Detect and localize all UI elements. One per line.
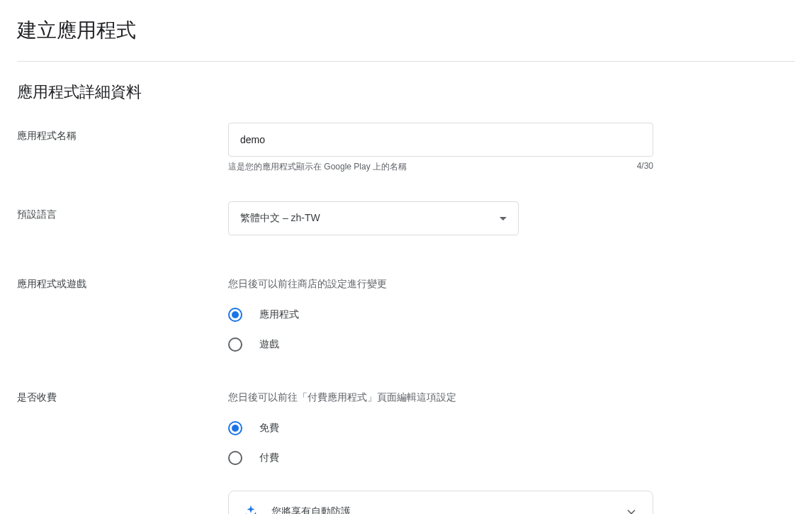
protection-card-title: 您將享有自動防護 xyxy=(271,505,351,514)
paid-label: 是否收費 xyxy=(17,391,228,404)
paid-hint: 您日後可以前往「付費應用程式」頁面編輯這項設定 xyxy=(228,391,667,404)
section-title: 應用程式詳細資料 xyxy=(17,82,795,103)
app-name-counter: 4/30 xyxy=(637,161,653,173)
sparkle-icon xyxy=(243,504,259,514)
radio-icon xyxy=(228,308,242,322)
language-label: 預設語言 xyxy=(17,201,228,221)
radio-icon xyxy=(228,451,242,465)
app-name-label: 應用程式名稱 xyxy=(17,123,228,143)
radio-label-paid: 付費 xyxy=(259,452,279,464)
app-name-input[interactable] xyxy=(228,123,653,157)
page-title: 建立應用程式 xyxy=(17,17,795,62)
radio-icon xyxy=(228,421,242,435)
app-or-game-row: 應用程式或遊戲 您日後可以前往商店的設定進行變更 應用程式 遊戲 xyxy=(17,278,795,352)
chevron-down-icon xyxy=(624,505,638,514)
radio-label-game: 遊戲 xyxy=(259,338,279,351)
radio-label-free: 免費 xyxy=(259,422,279,435)
caret-down-icon xyxy=(500,217,507,220)
app-or-game-label: 應用程式或遊戲 xyxy=(17,278,228,291)
radio-label-app: 應用程式 xyxy=(259,308,299,321)
radio-icon xyxy=(228,337,242,352)
paid-row: 是否收費 您日後可以前往「付費應用程式」頁面編輯這項設定 免費 付費 xyxy=(17,391,795,514)
app-name-row: 應用程式名稱 這是您的應用程式顯示在 Google Play 上的名稱 4/30 xyxy=(17,123,795,173)
language-selected: 繁體中文 – zh-TW xyxy=(240,212,320,225)
radio-option-free[interactable]: 免費 xyxy=(228,421,667,435)
radio-option-paid[interactable]: 付費 xyxy=(228,451,667,465)
language-select[interactable]: 繁體中文 – zh-TW xyxy=(228,201,519,235)
app-name-helper: 這是您的應用程式顯示在 Google Play 上的名稱 xyxy=(228,161,407,173)
radio-option-app[interactable]: 應用程式 xyxy=(228,308,667,322)
protection-card[interactable]: 您將享有自動防護 xyxy=(228,491,653,514)
app-or-game-hint: 您日後可以前往商店的設定進行變更 xyxy=(228,278,667,291)
radio-option-game[interactable]: 遊戲 xyxy=(228,337,667,352)
language-row: 預設語言 繁體中文 – zh-TW xyxy=(17,201,795,235)
